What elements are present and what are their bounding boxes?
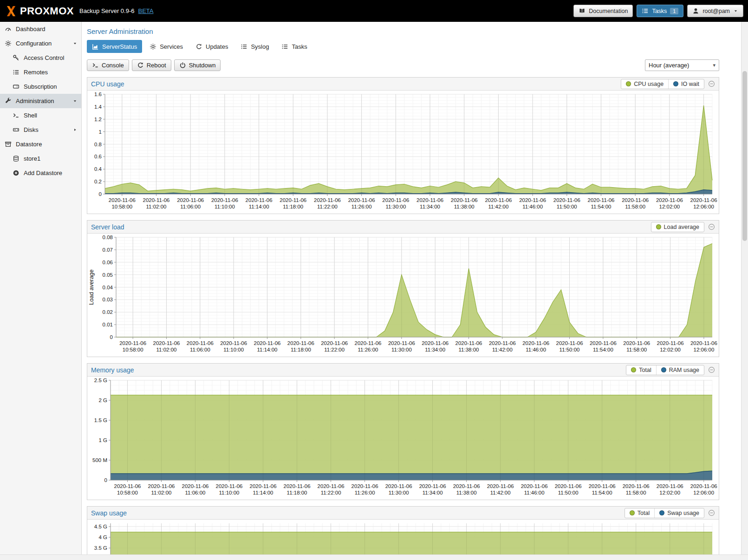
svg-text:2020-11-0611:26:00: 2020-11-0611:26:00 [348,197,375,209]
legend-item: Swap usage [654,508,704,518]
legend-color-dot [626,81,631,86]
key-icon [13,54,20,61]
chevron-right-icon[interactable] [72,127,78,132]
legend-item: RAM usage [656,365,704,375]
collapse-panel-icon[interactable] [708,366,715,373]
tab-updates[interactable]: Updates [190,40,233,53]
user-icon [692,7,699,14]
vertical-scrollbar[interactable] [741,22,748,554]
svg-text:0.02: 0.02 [103,309,113,315]
svg-text:2020-11-0611:02:00: 2020-11-0611:02:00 [143,197,170,209]
svg-text:2020-11-0611:18:00: 2020-11-0611:18:00 [287,340,314,352]
svg-text:2020-11-0611:30:00: 2020-11-0611:30:00 [382,197,409,209]
power-icon [179,62,186,69]
legend-item: Total [626,365,656,375]
time-range-select[interactable]: Hour (average) ▾ [645,59,719,71]
app-header: PROXMOX Backup Server 0.9-6 BETA Documen… [0,0,748,22]
horizontal-scrollbar[interactable] [0,554,748,560]
wrench-icon [5,98,12,104]
svg-text:2020-11-0611:38:00: 2020-11-0611:38:00 [453,483,480,495]
svg-text:2020-11-0611:22:00: 2020-11-0611:22:00 [314,197,341,209]
panel-header: Server load Load average [87,221,719,234]
sidebar-item-disks[interactable]: Disks [0,123,81,137]
collapse-panel-icon[interactable] [708,223,715,230]
tab-tasks[interactable]: Tasks [276,40,312,53]
svg-text:2020-11-0611:30:00: 2020-11-0611:30:00 [385,483,412,495]
collapse-panel-icon[interactable] [708,80,715,87]
gauge-icon [5,26,12,33]
beta-link[interactable]: BETA [138,7,153,14]
sidebar-item-administration[interactable]: Administration [0,94,81,108]
console-button[interactable]: Console [87,59,129,71]
cpu-usage-panel: CPU usage CPU usage IO wait 00.20.40.60.… [87,77,719,214]
book-icon [579,7,585,14]
panel-title: CPU usage [91,80,124,88]
sidebar-item-add-datastore[interactable]: Add Datastore [0,166,81,180]
svg-text:0: 0 [99,191,102,197]
collapse-panel-icon[interactable] [708,509,715,516]
gears-icon [150,43,156,50]
sidebar-item-dashboard[interactable]: Dashboard [0,22,81,36]
svg-text:0.4: 0.4 [94,166,102,172]
svg-text:2020-11-0612:06:00: 2020-11-0612:06:00 [690,197,717,209]
svg-text:0.6: 0.6 [94,154,102,159]
sidebar-item-shell[interactable]: Shell [0,108,81,123]
chevron-down-icon [733,8,738,13]
vertical-scrollbar-thumb[interactable] [742,71,747,241]
chart-legend: CPU usage IO wait [621,79,704,89]
shutdown-button[interactable]: Shutdown [174,59,221,71]
svg-text:0: 0 [110,334,113,340]
svg-text:2020-11-0611:34:00: 2020-11-0611:34:00 [416,197,443,209]
svg-text:2020-11-0611:38:00: 2020-11-0611:38:00 [455,340,482,352]
svg-text:2020-11-0612:06:00: 2020-11-0612:06:00 [690,483,717,495]
panel-header: CPU usage CPU usage IO wait [87,78,719,91]
sidebar-item-subscription[interactable]: Subscription [0,79,81,94]
tab-services[interactable]: Services [144,40,188,53]
svg-text:2020-11-0610:58:00: 2020-11-0610:58:00 [114,483,141,495]
panel-title: Server load [91,223,124,231]
memory-usage-panel: Memory usage Total RAM usage 0500 M1 G1.… [87,363,719,500]
sidebar-item-configuration[interactable]: Configuration [0,36,81,51]
svg-text:2020-11-0611:58:00: 2020-11-0611:58:00 [623,340,650,352]
sidebar-item-store1[interactable]: store1 [0,151,81,166]
chevron-down-icon[interactable] [72,41,78,46]
user-menu-button[interactable]: root@pam [687,5,743,17]
archive-icon [5,141,12,148]
tab-syslog[interactable]: Syslog [235,40,274,53]
svg-text:4 G: 4 G [98,534,107,540]
list-icon [241,43,247,50]
svg-text:1 G: 1 G [98,437,107,443]
sidebar-item-remotes[interactable]: Remotes [0,65,81,79]
terminal-icon [13,112,20,119]
svg-text:2020-11-0611:22:00: 2020-11-0611:22:00 [321,340,348,352]
legend-color-dot [630,510,635,515]
ticket-icon [13,83,20,90]
chevron-down-icon[interactable] [72,98,78,104]
svg-text:2020-11-0611:58:00: 2020-11-0611:58:00 [623,483,650,495]
tab-serverstatus[interactable]: ServerStatus [87,40,142,53]
svg-text:2020-11-0611:22:00: 2020-11-0611:22:00 [318,483,345,495]
reboot-button[interactable]: Reboot [132,59,171,71]
server-load-panel: Server load Load average 00.010.020.030.… [87,220,719,357]
svg-text:2020-11-0611:50:00: 2020-11-0611:50:00 [555,483,582,495]
sidebar-item-access-control[interactable]: Access Control [0,51,81,65]
svg-text:2020-11-0611:10:00: 2020-11-0611:10:00 [220,340,247,352]
refresh-icon [195,43,202,50]
swap-usage-panel: Swap usage Total Swap usage 0500 M1 G1.5… [87,506,719,554]
list-icon [13,69,20,76]
svg-text:Load average: Load average [88,269,95,305]
toolbar: Console Reboot Shutdown Hour (average) ▾ [87,59,719,71]
svg-text:1.5 G: 1.5 G [94,417,107,423]
svg-text:2020-11-0611:46:00: 2020-11-0611:46:00 [521,483,548,495]
cpu-usage-chart: 00.20.40.60.811.21.41.62020-11-0610:58:0… [87,91,719,214]
hdd-icon [13,126,20,133]
tasks-button[interactable]: Tasks 1 [637,5,683,17]
svg-text:1: 1 [99,129,102,135]
sidebar-item-datastore[interactable]: Datastore [0,137,81,151]
documentation-button[interactable]: Documentation [573,5,633,17]
proxmox-logo: PROXMOX [5,5,74,18]
panel-header: Swap usage Total Swap usage [87,507,719,520]
svg-text:2020-11-0611:18:00: 2020-11-0611:18:00 [284,483,311,495]
svg-text:0.08: 0.08 [103,234,113,240]
tab-bar: ServerStatus Services Updates Syslog Tas… [87,40,719,53]
